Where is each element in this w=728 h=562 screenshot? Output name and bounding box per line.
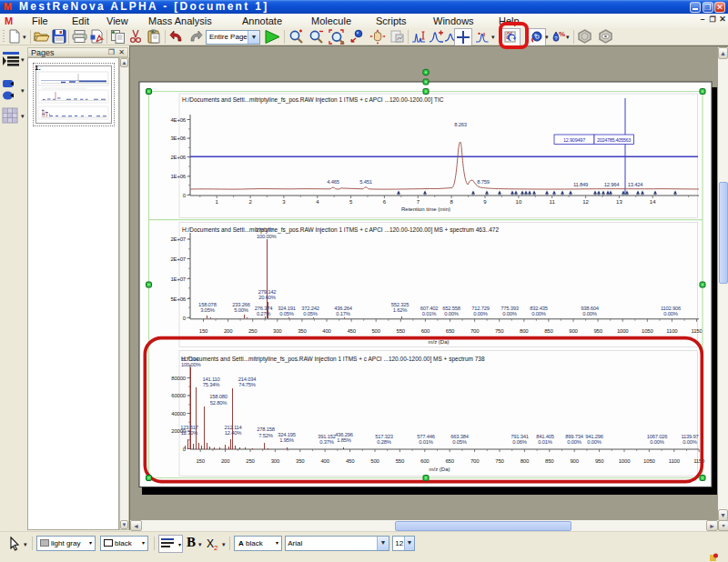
- svg-text:123.517: 123.517: [180, 425, 198, 430]
- svg-text:7.52%: 7.52%: [258, 433, 272, 438]
- svg-text:12.40%: 12.40%: [225, 430, 242, 436]
- svg-text:1139.97: 1139.97: [681, 434, 698, 439]
- svg-text:14: 14: [650, 199, 656, 205]
- svg-text:900: 900: [569, 328, 578, 334]
- svg-text:Retention time (min): Retention time (min): [401, 206, 450, 212]
- svg-text:550: 550: [396, 458, 405, 464]
- svg-text:652.558: 652.558: [442, 306, 460, 311]
- svg-text:0.00%: 0.00%: [663, 311, 677, 316]
- svg-text:391.152: 391.152: [318, 434, 336, 439]
- svg-text:791.341: 791.341: [511, 434, 529, 439]
- svg-text:938.604: 938.604: [581, 306, 600, 311]
- svg-text:12: 12: [582, 199, 589, 205]
- svg-text:663.384: 663.384: [450, 434, 470, 439]
- svg-text:517.323: 517.323: [375, 434, 393, 439]
- svg-text:100.00%: 100.00%: [181, 362, 201, 367]
- svg-text:1E+06: 1E+06: [170, 174, 186, 179]
- svg-text:650: 650: [446, 328, 455, 334]
- svg-text:1050: 1050: [643, 458, 655, 464]
- svg-text:700: 700: [470, 328, 480, 334]
- svg-text:100.00%: 100.00%: [257, 234, 277, 239]
- svg-text:0.00%: 0.00%: [567, 439, 581, 445]
- svg-text:0.00%: 0.00%: [582, 311, 596, 316]
- svg-text:60000: 60000: [171, 393, 187, 398]
- svg-text:3.05%: 3.05%: [200, 307, 214, 313]
- svg-text:0.01%: 0.01%: [419, 439, 432, 445]
- svg-text:212.114: 212.114: [224, 425, 242, 430]
- svg-text:1067.026: 1067.026: [647, 434, 668, 439]
- svg-text:8.263: 8.263: [454, 122, 467, 127]
- svg-text:350: 350: [296, 458, 305, 464]
- svg-text:0.00%: 0.00%: [682, 439, 696, 445]
- svg-text:12.964: 12.964: [604, 182, 621, 187]
- svg-text:941.296: 941.296: [585, 434, 603, 439]
- svg-text:450: 450: [346, 458, 355, 464]
- svg-text:11: 11: [550, 199, 556, 205]
- svg-text:8.759: 8.759: [477, 179, 490, 185]
- svg-text:436.296: 436.296: [335, 432, 353, 437]
- svg-text:5.00%: 5.00%: [234, 307, 248, 313]
- svg-text:600: 600: [421, 328, 430, 334]
- svg-text:m/z (Da): m/z (Da): [430, 467, 450, 472]
- svg-text:552.325: 552.325: [391, 302, 410, 307]
- svg-text:1E+07: 1E+07: [170, 276, 186, 282]
- svg-text:0.17%: 0.17%: [336, 311, 349, 316]
- svg-text:74.75%: 74.75%: [238, 382, 256, 387]
- svg-text:650: 650: [445, 458, 454, 464]
- svg-text:H:/Documents and Setti...mitri: H:/Documents and Setti...mitriptyline_fs…: [182, 96, 444, 104]
- svg-text:278.158: 278.158: [257, 427, 275, 432]
- svg-text:52.80%: 52.80%: [210, 400, 228, 406]
- svg-text:0.01%: 0.01%: [538, 439, 551, 445]
- svg-text:233.266: 233.266: [232, 302, 250, 307]
- svg-text:%: %: [559, 30, 565, 38]
- svg-text:0.00%: 0.00%: [473, 311, 487, 316]
- svg-text:158.078: 158.078: [198, 302, 217, 307]
- svg-text:1102.906: 1102.906: [661, 306, 681, 311]
- svg-text:200: 200: [221, 458, 230, 464]
- svg-text:2E+07: 2E+07: [170, 236, 186, 242]
- svg-text:1.85%: 1.85%: [337, 437, 350, 443]
- svg-text:841.405: 841.405: [536, 434, 554, 439]
- svg-text:400: 400: [322, 328, 331, 334]
- svg-text:250: 250: [248, 328, 258, 334]
- svg-text:5.451: 5.451: [359, 179, 372, 185]
- svg-text:150: 150: [196, 458, 205, 464]
- svg-text:0.06%: 0.06%: [512, 439, 526, 445]
- svg-text:300: 300: [271, 458, 280, 464]
- svg-text:400: 400: [320, 458, 329, 464]
- svg-text:4.465: 4.465: [327, 179, 339, 185]
- svg-text:1150: 1150: [693, 458, 705, 464]
- svg-text:600: 600: [420, 458, 430, 464]
- svg-text:850: 850: [544, 328, 553, 334]
- svg-text:200: 200: [224, 328, 233, 334]
- svg-text:12.909497: 12.909497: [563, 137, 585, 143]
- svg-text:0.05%: 0.05%: [452, 439, 466, 445]
- svg-text:324.195: 324.195: [278, 432, 296, 437]
- svg-text:279.142: 279.142: [258, 289, 277, 295]
- svg-text:577.446: 577.446: [417, 434, 435, 439]
- svg-text:12.30%: 12.30%: [181, 430, 198, 436]
- svg-text:712.729: 712.729: [471, 306, 490, 311]
- svg-text:H:/Documents and Setti...mitri: H:/Documents and Setti...mitriptyline_fs…: [181, 356, 485, 363]
- svg-text:H:/Documents and Setti...mitri: H:/Documents and Setti...mitriptyline_fs…: [182, 226, 499, 234]
- svg-text:950: 950: [595, 458, 604, 464]
- svg-text:1050: 1050: [642, 328, 653, 334]
- svg-text:800: 800: [521, 458, 530, 464]
- svg-text:0.37%: 0.37%: [319, 439, 333, 445]
- svg-text:278.277: 278.277: [256, 227, 274, 233]
- svg-text:5E+06: 5E+06: [170, 296, 186, 302]
- svg-text:775.393: 775.393: [500, 306, 519, 311]
- svg-text:2024785.405563: 2024785.405563: [597, 137, 631, 143]
- svg-text:10: 10: [516, 199, 522, 205]
- svg-text:141.110: 141.110: [202, 376, 219, 382]
- svg-text:436.264: 436.264: [334, 306, 353, 311]
- svg-text:214.034: 214.034: [238, 376, 258, 382]
- svg-text:1.62%: 1.62%: [393, 307, 407, 313]
- svg-text:40000: 40000: [171, 411, 187, 416]
- svg-text:276.374: 276.374: [255, 306, 274, 311]
- svg-text:0.05%: 0.05%: [303, 311, 317, 316]
- svg-text:75.34%: 75.34%: [203, 382, 220, 387]
- svg-text:750: 750: [495, 328, 504, 334]
- svg-text:150: 150: [199, 328, 208, 334]
- svg-text:300: 300: [273, 328, 282, 334]
